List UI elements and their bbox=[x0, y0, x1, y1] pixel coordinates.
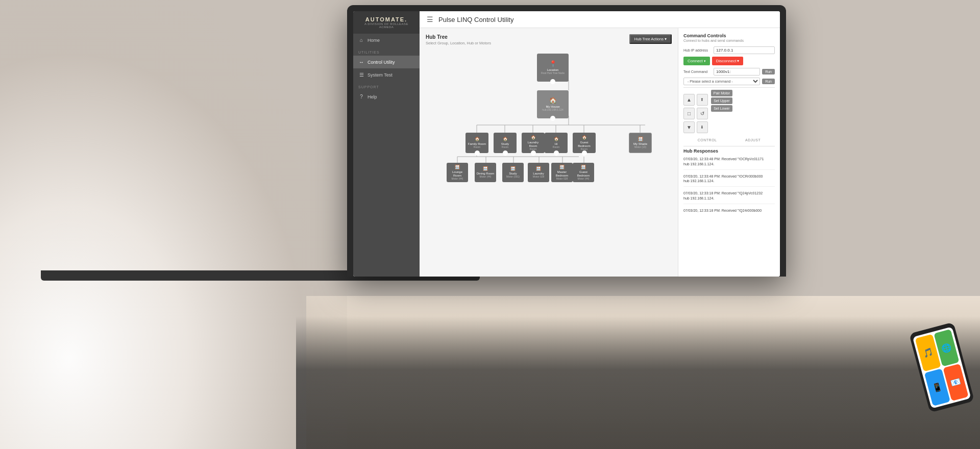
response-2-text: Received "!Q24pVc01232 bbox=[722, 191, 763, 195]
connect-row: Connect ▾ Disconnect ▾ bbox=[683, 57, 775, 65]
set-upper-button[interactable]: Set Upper bbox=[711, 97, 732, 104]
side-buttons: Pair Motor Set Upper Set Lower bbox=[711, 90, 732, 135]
hub-ip-input[interactable] bbox=[714, 46, 775, 54]
text-command-label: Text Command bbox=[683, 70, 712, 73]
text-command-input[interactable] bbox=[714, 68, 760, 76]
hub-sub: hub:192.168.1.124 bbox=[542, 109, 564, 112]
response-3-timestamp: 07/03/20, 12:33:18 PM: bbox=[683, 209, 721, 212]
command-controls-subtitle: Connect to hubs and send commands bbox=[683, 39, 775, 42]
home-icon: ⌂ bbox=[358, 37, 364, 43]
room-0-connector bbox=[475, 151, 480, 156]
set-lower-label: Set Lower bbox=[714, 107, 730, 110]
tree-node-motor-4[interactable]: 🪟 Master Bedroom Motor 028 bbox=[551, 163, 573, 182]
app-title: Pulse LINQ Control Utility bbox=[438, 16, 513, 23]
response-1-hub: hub 192.168.1.124. bbox=[683, 179, 714, 183]
down-button[interactable]: ▼ bbox=[683, 121, 695, 133]
connect-button[interactable]: Connect ▾ bbox=[683, 57, 710, 65]
tree-node-room-0[interactable]: 🏠 Family Room Room bbox=[465, 133, 488, 153]
tree-node-motor-5[interactable]: 🪟 Guest Bedroom Motor (44) bbox=[573, 163, 594, 182]
control-label: CONTROL bbox=[698, 138, 717, 142]
app-main: ☰ Pulse LINQ Control Utility Hub Tree Se… bbox=[420, 11, 780, 277]
tree-node-room-3[interactable]: 🏠 Hi Room bbox=[545, 133, 568, 153]
room-3-connector bbox=[554, 151, 559, 156]
tree-node-motor-1[interactable]: 🪟 Dining Room Motor (44) bbox=[475, 163, 496, 182]
set-lower-button[interactable]: Set Lower bbox=[711, 105, 732, 112]
pair-motor-label: Pair Motor bbox=[714, 91, 730, 95]
text-command-row: Text Command Run bbox=[683, 68, 775, 76]
pair-motor-button[interactable]: Pair Motor bbox=[711, 90, 732, 96]
motor-1-icon: 🪟 bbox=[483, 166, 488, 171]
sidebar-item-control-label: Control Utility bbox=[368, 60, 395, 65]
up-icon: ▲ bbox=[687, 97, 692, 103]
text-command-run-button[interactable]: Run bbox=[762, 69, 775, 74]
select-command-run-button[interactable]: Run bbox=[762, 79, 775, 84]
laptop-screen: AUTOMATE. A DIVISION OF ROLLEASE ACMEDA … bbox=[353, 11, 780, 277]
response-3-text: Received "!Q24r000b000 bbox=[722, 209, 762, 212]
room-2-icon: 🏠 bbox=[531, 135, 536, 140]
stop-button[interactable]: □ bbox=[683, 108, 695, 119]
tree-node-room-5[interactable]: 🪟 My Shade Motor (13) bbox=[629, 133, 652, 153]
app-content: Hub Tree Select Group, Location, Hub or … bbox=[420, 28, 780, 277]
tree-container: 📍 Location Root Hub Tree Node 🏠 My House… bbox=[426, 49, 672, 243]
sidebar-item-system-label: System Test bbox=[368, 72, 393, 78]
up-button[interactable]: ▲ bbox=[683, 94, 695, 106]
room-1-connector bbox=[503, 151, 508, 156]
location-connector bbox=[550, 79, 555, 84]
response-0-text: Received "!OCRpVc01171 bbox=[722, 157, 764, 161]
tree-node-motor-2[interactable]: 🪟 Study Motor (001) bbox=[502, 163, 524, 182]
sidebar-item-home[interactable]: ⌂ Home bbox=[353, 34, 420, 46]
person-overlay bbox=[0, 0, 347, 449]
up-alt-icon: ⬆ bbox=[700, 97, 704, 102]
disconnect-button[interactable]: Disconnect ▾ bbox=[712, 57, 744, 65]
help-icon: ? bbox=[358, 94, 364, 99]
response-1-text: Received "!OCRr000b000 bbox=[722, 174, 763, 178]
connect-chevron: ▾ bbox=[704, 59, 706, 63]
sidebar-logo: AUTOMATE. A DIVISION OF ROLLEASE ACMEDA bbox=[353, 11, 420, 34]
control-labels: CONTROL ADJUST bbox=[683, 138, 775, 142]
command-panel: Command Controls Connect to hubs and sen… bbox=[678, 28, 780, 277]
sidebar-item-system-test[interactable]: ☰ System Test bbox=[353, 68, 420, 81]
up-alt-button[interactable]: ⬆ bbox=[697, 94, 708, 106]
sidebar-item-help[interactable]: ? Help bbox=[353, 90, 420, 103]
control-section: ▲ ⬆ □ ↺ bbox=[683, 90, 775, 135]
sidebar-item-home-label: Home bbox=[368, 38, 380, 43]
response-0-timestamp: 07/03/20, 12:33:48 PM: bbox=[683, 157, 721, 161]
sidebar-item-control-utility[interactable]: ↔ Control Utility bbox=[353, 56, 420, 68]
app-header: ☰ Pulse LINQ Control Utility bbox=[420, 11, 780, 28]
tree-node-motor-3[interactable]: 🪟 Laundry Motor 028 bbox=[528, 163, 549, 182]
response-0-hub: hub 192.168.1.124. bbox=[683, 162, 714, 166]
response-item-0: 07/03/20, 12:33:48 PM: Received "!OCRpVc… bbox=[683, 157, 775, 170]
tree-node-room-4[interactable]: 🏠 Guest Bedroom Room bbox=[573, 133, 596, 153]
down-alt-button[interactable]: ⬇ bbox=[697, 121, 708, 133]
disconnect-chevron: ▾ bbox=[737, 59, 739, 63]
tree-node-hub[interactable]: 🏠 My House hub:192.168.1.124 bbox=[537, 90, 569, 118]
down-alt-icon: ⬇ bbox=[700, 125, 704, 130]
control-utility-icon: ↔ bbox=[358, 59, 364, 65]
divider-2 bbox=[683, 146, 775, 146]
select-command-row: - Please select a command - Run bbox=[683, 78, 775, 85]
hub-ip-row: Hub IP address bbox=[683, 46, 775, 54]
motor-2-icon: 🪟 bbox=[510, 166, 516, 171]
hub-tree-actions-label: Hub Tree Actions ▾ bbox=[634, 37, 667, 41]
hub-tree-actions-button[interactable]: Hub Tree Actions ▾ bbox=[629, 34, 672, 44]
refresh-button[interactable]: ↺ bbox=[697, 108, 708, 119]
room-5-icon: 🪟 bbox=[638, 137, 643, 141]
tree-node-location[interactable]: 📍 Location Root Hub Tree Node bbox=[537, 54, 569, 82]
tree-node-room-2[interactable]: 🏠 Laundry Room Room bbox=[522, 133, 545, 153]
room-4-connector bbox=[582, 151, 587, 156]
control-grid: ▲ ⬆ □ ↺ bbox=[683, 94, 708, 133]
hub-tree-section: Hub Tree Select Group, Location, Hub or … bbox=[420, 28, 678, 277]
stop-icon: □ bbox=[688, 111, 691, 116]
main-controls: ▲ ⬆ □ ↺ bbox=[683, 90, 708, 135]
response-1-timestamp: 07/03/20, 12:33:48 PM: bbox=[683, 174, 721, 178]
select-command-dropdown[interactable]: - Please select a command - bbox=[683, 78, 760, 85]
menu-icon[interactable]: ☰ bbox=[427, 15, 433, 23]
tree-node-room-1[interactable]: 🏠 Study Room bbox=[494, 133, 517, 153]
tree-node-motor-0[interactable]: 🪟 Lounge Room Motor (44) bbox=[447, 163, 468, 182]
location-sub: Root Hub Tree Node bbox=[541, 72, 565, 75]
set-upper-label: Set Upper bbox=[714, 99, 730, 103]
response-item-3: 07/03/20, 12:33:18 PM: Received "!Q24r00… bbox=[683, 208, 775, 216]
room-0-icon: 🏠 bbox=[475, 137, 480, 141]
hub-connector bbox=[550, 116, 555, 121]
system-test-icon: ☰ bbox=[358, 72, 364, 78]
